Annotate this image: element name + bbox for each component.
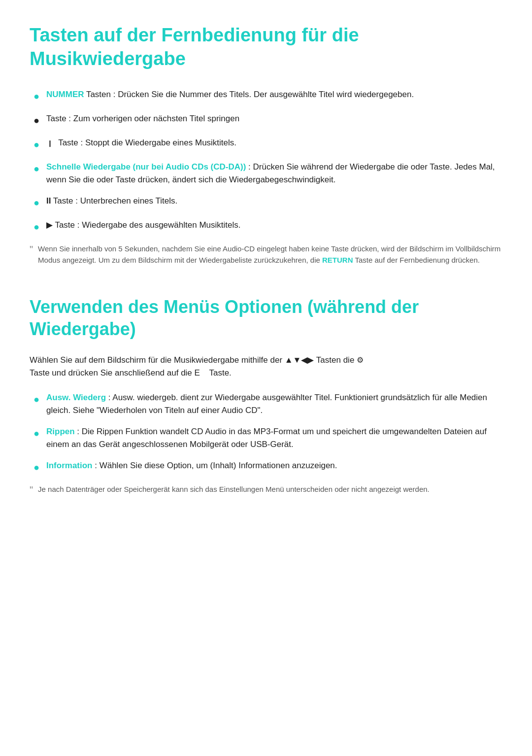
bullet-icon: ● bbox=[33, 89, 41, 103]
bullet-icon: ● bbox=[33, 426, 41, 441]
section1-note: " Wenn Sie innerhalb von 5 Sekunden, nac… bbox=[30, 243, 502, 266]
list-item-text: Ausw. Wiederg : Ausw. wiedergeb. dient z… bbox=[46, 391, 502, 416]
bullet-icon: ● bbox=[33, 137, 41, 152]
list-item: ● NUMMER Tasten : Drücken Sie die Nummer… bbox=[30, 88, 502, 103]
list-item-text: NUMMER Tasten : Drücken Sie die Nummer d… bbox=[46, 88, 414, 101]
section1-title: Tasten auf der Fernbedienung für die Mus… bbox=[30, 24, 502, 70]
list-item: ● Rippen : Die Rippen Funktion wandelt C… bbox=[30, 425, 502, 450]
gear-icon: ⚙ bbox=[357, 354, 364, 367]
section1-list: ● NUMMER Tasten : Drücken Sie die Nummer… bbox=[30, 88, 502, 234]
list-item-text: Information : Wählen Sie diese Option, u… bbox=[46, 459, 337, 472]
note-text: Wenn Sie innerhalb von 5 Sekunden, nachd… bbox=[38, 243, 502, 266]
section2-title: Verwenden des Menüs Optionen (während de… bbox=[30, 296, 502, 340]
highlight-information: Information bbox=[46, 461, 93, 470]
item-rippen-text: : Die Rippen Funktion wandelt CD Audio i… bbox=[46, 427, 487, 449]
play-symbol: ▶ bbox=[46, 220, 53, 230]
pause-symbol: II bbox=[46, 196, 51, 206]
highlight-nummer: NUMMER bbox=[46, 90, 84, 99]
highlight-schnelle: Schnelle Wiedergabe (nur bei Audio CDs (… bbox=[46, 162, 246, 172]
list-item-text: ▶ Taste : Wiedergabe des ausgewählten Mu… bbox=[46, 219, 240, 232]
section2-list: ● Ausw. Wiederg : Ausw. wiedergeb. dient… bbox=[30, 391, 502, 475]
highlight-rippen: Rippen bbox=[46, 427, 75, 436]
bullet-icon: ● bbox=[33, 219, 41, 234]
item-skip-text: Taste : Zum vorherigen oder nächsten Tit… bbox=[46, 114, 239, 123]
list-item-text: ❙ Taste : Stoppt die Wiedergabe eines Mu… bbox=[46, 137, 236, 149]
note-text: Je nach Datenträger oder Speichergerät k… bbox=[38, 483, 430, 495]
list-item: ● ▶ Taste : Wiedergabe des ausgewählten … bbox=[30, 219, 502, 234]
list-item: ● II Taste : Unterbrechen eines Titels. bbox=[30, 195, 502, 210]
item-information-text: : Wählen Sie diese Option, um (Inhalt) I… bbox=[93, 461, 337, 470]
list-item-text: II Taste : Unterbrechen eines Titels. bbox=[46, 195, 177, 207]
note-quote-icon: " bbox=[30, 482, 33, 498]
section2-note: " Je nach Datenträger oder Speichergerät… bbox=[30, 483, 502, 498]
list-item: ● Information : Wählen Sie diese Option,… bbox=[30, 459, 502, 475]
item-ausw-text: : Ausw. wiedergeb. dient zur Wiedergabe … bbox=[46, 393, 487, 415]
list-item-text: Schnelle Wiedergabe (nur bei Audio CDs (… bbox=[46, 161, 502, 186]
list-item-text: Rippen : Die Rippen Funktion wandelt CD … bbox=[46, 425, 502, 450]
bullet-icon: ● bbox=[33, 113, 41, 128]
stop-symbol: ❙ bbox=[47, 138, 53, 148]
note-highlight-return: RETURN bbox=[322, 256, 353, 264]
list-item: ● Ausw. Wiederg : Ausw. wiedergeb. dient… bbox=[30, 391, 502, 416]
bullet-icon: ● bbox=[33, 161, 41, 176]
note-quote-icon: " bbox=[30, 242, 33, 257]
bullet-icon: ● bbox=[33, 460, 41, 475]
item-stop-text: Taste : Stoppt die Wiedergabe eines Musi… bbox=[58, 138, 236, 147]
list-item: ● Taste : Zum vorherigen oder nächsten T… bbox=[30, 112, 502, 128]
section2-intro: Wählen Sie auf dem Bildschirm für die Mu… bbox=[30, 354, 502, 380]
bullet-icon: ● bbox=[33, 195, 41, 210]
list-item: ● Schnelle Wiedergabe (nur bei Audio CDs… bbox=[30, 161, 502, 186]
bullet-icon: ● bbox=[33, 392, 41, 407]
list-item: ● ❙ Taste : Stoppt die Wiedergabe eines … bbox=[30, 137, 502, 152]
item-nummer-text: Tasten : Drücken Sie die Nummer des Tite… bbox=[84, 90, 414, 99]
highlight-ausw: Ausw. Wiederg bbox=[46, 393, 106, 402]
list-item-text: Taste : Zum vorherigen oder nächsten Tit… bbox=[46, 112, 239, 125]
